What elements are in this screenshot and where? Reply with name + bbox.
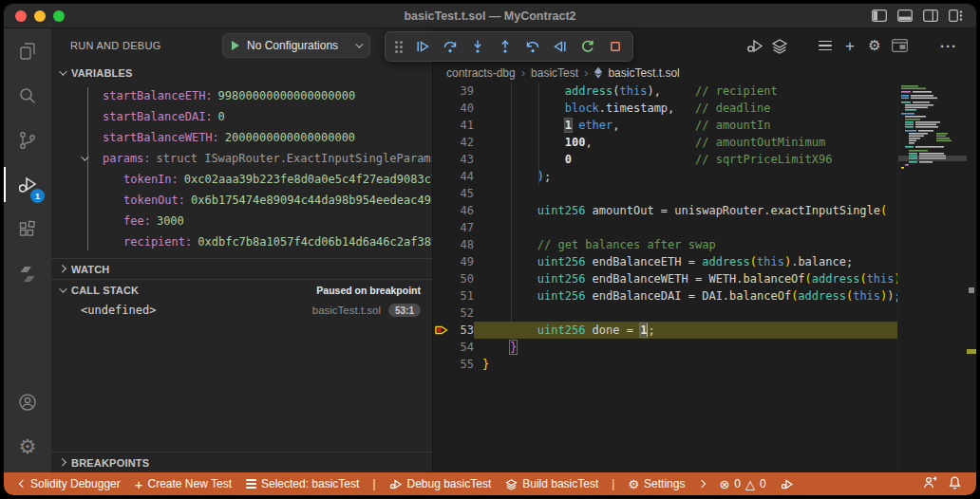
step-out-button[interactable] bbox=[493, 35, 517, 59]
watch-section-header[interactable]: WATCH bbox=[51, 258, 432, 279]
restart-button[interactable] bbox=[575, 35, 599, 59]
code-line[interactable]: 55 } bbox=[433, 356, 967, 373]
code-line[interactable]: 42 100, // amountOutMinimum bbox=[433, 134, 967, 151]
breakpoint-gutter[interactable] bbox=[433, 185, 449, 202]
more-chevron-right[interactable] bbox=[694, 472, 709, 495]
code-line[interactable]: 46 uint256 amountOut = uniswapRouter.exa… bbox=[433, 202, 967, 219]
breadcrumb-file[interactable]: basicTest.t.sol bbox=[594, 66, 679, 80]
search-icon[interactable] bbox=[4, 73, 51, 118]
breakpoint-gutter[interactable] bbox=[433, 100, 449, 117]
solidity-debugger-status-item[interactable]: Solidity Debugger bbox=[15, 472, 125, 495]
toggle-secondary-sidebar-icon[interactable] bbox=[923, 9, 938, 22]
breadcrumb-folder[interactable]: contracts-dbg bbox=[446, 66, 516, 80]
variable-row[interactable]: fee:3000 bbox=[51, 211, 432, 231]
call-stack-frame[interactable]: <undefined> basicTest.t.sol 53:1 bbox=[51, 300, 432, 321]
code-line[interactable]: 47 bbox=[433, 219, 967, 236]
layers-build-icon bbox=[505, 478, 518, 490]
create-new-test-button[interactable]: + Create New Test bbox=[130, 472, 236, 495]
problems-status-item[interactable]: ⊗ 0 △ 0 bbox=[714, 472, 770, 495]
toggle-primary-sidebar-icon[interactable] bbox=[872, 9, 887, 22]
build-test-button[interactable]: Build basicTest bbox=[500, 472, 603, 495]
drag-grip-icon[interactable] bbox=[395, 41, 403, 53]
breakpoint-gutter[interactable] bbox=[433, 117, 449, 134]
continue-button[interactable] bbox=[410, 35, 434, 59]
start-debug-play-icon[interactable] bbox=[232, 41, 239, 50]
breakpoint-gutter[interactable] bbox=[433, 168, 449, 185]
code-line[interactable]: 52 bbox=[433, 305, 967, 322]
variable-row[interactable]: tokenOut:0x6b175474e89094c44da98b954eede… bbox=[51, 190, 432, 211]
minimap[interactable] bbox=[897, 83, 967, 472]
breakpoint-gutter[interactable] bbox=[433, 236, 449, 253]
code-line[interactable]: 41 1 ether, // amountIn bbox=[433, 117, 967, 134]
settings-gear-icon: ⚙ bbox=[628, 478, 639, 490]
breakpoint-gutter[interactable] bbox=[433, 287, 449, 305]
breakpoint-gutter[interactable] bbox=[433, 305, 449, 322]
code-line[interactable]: 50 uint256 endBalanceWETH = WETH.balance… bbox=[433, 270, 967, 287]
feedback-account-icon[interactable] bbox=[923, 476, 937, 491]
reverse-continue-button[interactable] bbox=[548, 35, 572, 59]
variables-list: startBalanceETH:99800000000000000000 sta… bbox=[51, 83, 432, 258]
step-into-button[interactable] bbox=[465, 35, 489, 59]
breadcrumb-parent[interactable]: basicTest bbox=[531, 66, 578, 80]
settings-gear-icon[interactable]: ⚙ bbox=[4, 424, 51, 469]
breakpoint-gutter[interactable] bbox=[433, 270, 449, 287]
code-line[interactable]: 45 bbox=[433, 185, 967, 202]
explorer-icon[interactable] bbox=[4, 28, 51, 73]
open-preview-icon[interactable] bbox=[887, 33, 912, 58]
run-and-debug-icon[interactable]: 1 bbox=[4, 162, 51, 207]
call-stack-section-header[interactable]: CALL STACK Paused on breakpoint bbox=[51, 279, 432, 300]
settings-gear-icon[interactable]: ⚙ bbox=[862, 33, 887, 58]
code-line[interactable]: 43 0 // sqrtPriceLimitX96 bbox=[433, 151, 967, 168]
chevron-right-icon bbox=[58, 458, 66, 466]
notifications-bell-icon[interactable] bbox=[949, 476, 961, 492]
debug-run-icon[interactable] bbox=[743, 33, 767, 58]
step-back-button[interactable] bbox=[520, 35, 544, 59]
code-area[interactable]: 39 address(this), // recipient 40 block.… bbox=[433, 83, 967, 472]
variable-row[interactable]: tokenIn:0xc02aaa39b223fe8d0a0e5c4f27ead9… bbox=[51, 169, 432, 190]
code-line[interactable]: 53 uint256 done = 1; bbox=[433, 322, 967, 339]
layers-build-icon[interactable] bbox=[767, 33, 792, 58]
variable-row[interactable]: startBalanceDAI:0 bbox=[51, 106, 432, 127]
account-icon[interactable] bbox=[4, 379, 51, 424]
toggle-panel-icon[interactable] bbox=[897, 9, 913, 22]
selected-test-status-item[interactable]: Selected: basicTest bbox=[241, 472, 364, 495]
variable-row[interactable]: recipient:0xdbfc7b8a1057f4cd06b14d6a46c2… bbox=[51, 231, 432, 252]
breakpoint-gutter[interactable] bbox=[433, 356, 449, 373]
add-icon[interactable]: + bbox=[838, 33, 862, 58]
variables-section-header[interactable]: VARIABLES bbox=[51, 63, 432, 83]
list-icon[interactable] bbox=[813, 33, 838, 58]
more-actions-icon[interactable]: ··· bbox=[936, 33, 961, 58]
code-line[interactable]: 40 block.timestamp, // deadline bbox=[433, 100, 967, 117]
configurations-dropdown[interactable]: No Configurations bbox=[222, 33, 370, 58]
variable-row[interactable]: startBalanceWETH:2000000000000000000 bbox=[51, 127, 432, 148]
customize-layout-icon[interactable] bbox=[949, 9, 963, 22]
vertical-scrollbar[interactable] bbox=[967, 83, 976, 472]
code-line[interactable]: 54 } bbox=[433, 339, 967, 356]
code-line[interactable]: 44 ); bbox=[433, 168, 967, 185]
step-over-button[interactable] bbox=[438, 35, 462, 59]
stop-button[interactable] bbox=[603, 35, 627, 59]
extensions-icon[interactable] bbox=[4, 207, 51, 251]
breakpoints-section-header[interactable]: BREAKPOINTS bbox=[51, 452, 432, 472]
line-content: uint256 amountOut = uniswapRouter.exactI… bbox=[482, 202, 967, 219]
line-content: uint256 endBalanceWETH = WETH.balanceOf(… bbox=[482, 270, 967, 287]
breakpoint-gutter[interactable] bbox=[433, 151, 449, 168]
breakpoint-gutter[interactable] bbox=[433, 339, 449, 356]
breakpoint-gutter[interactable] bbox=[433, 253, 449, 270]
breakpoint-gutter[interactable] bbox=[433, 219, 449, 236]
solidity-icon[interactable] bbox=[4, 251, 51, 296]
code-line[interactable]: 49 uint256 endBalanceETH = address(this)… bbox=[433, 253, 967, 270]
debug-status-icon[interactable] bbox=[776, 472, 799, 495]
settings-status-button[interactable]: ⚙ Settings bbox=[623, 472, 689, 495]
source-control-icon[interactable] bbox=[4, 118, 51, 162]
variable-row[interactable]: startBalanceETH:99800000000000000000 bbox=[51, 85, 432, 106]
code-line[interactable]: 51 uint256 endBalanceDAI = DAI.balanceOf… bbox=[433, 287, 967, 305]
code-line[interactable]: 39 address(this), // recipient bbox=[433, 83, 967, 100]
code-line[interactable]: 48 // get balances after swap bbox=[433, 236, 967, 253]
breakpoint-gutter[interactable] bbox=[433, 322, 449, 339]
debug-test-button[interactable]: Debug basicTest bbox=[385, 472, 497, 495]
breakpoint-gutter[interactable] bbox=[433, 202, 449, 219]
breakpoint-gutter[interactable] bbox=[433, 134, 449, 151]
breakpoint-gutter[interactable] bbox=[433, 83, 449, 100]
variable-row[interactable]: params:struct ISwapRouter.ExactInputSing… bbox=[51, 148, 432, 169]
